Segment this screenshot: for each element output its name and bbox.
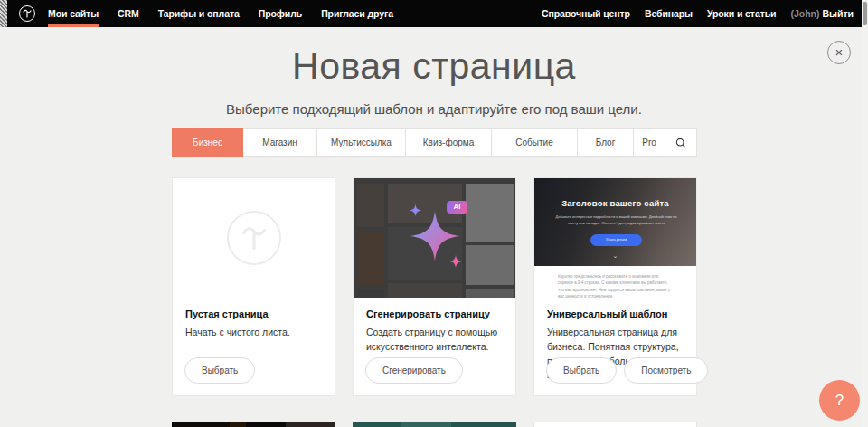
tab-pro[interactable]: Pro: [634, 129, 665, 156]
search-icon: [675, 138, 686, 148]
nav-item-profile[interactable]: Профиль: [259, 0, 302, 27]
nav-item-lessons[interactable]: Уроки и статьи: [707, 0, 776, 27]
view-button[interactable]: Посмотреть: [624, 357, 708, 384]
template-cards-row-2: [172, 422, 697, 427]
scrollbar-track[interactable]: [862, 0, 868, 427]
tab-quiz-form[interactable]: Квиз-форма: [406, 129, 492, 156]
page-subtitle: Выберите подходящий шаблон и адаптируйте…: [0, 101, 868, 117]
nav-item-invite-friend[interactable]: Пригласи друга: [321, 0, 393, 27]
card-title: Универсальный шаблон: [547, 308, 684, 319]
template-body-text: Коротко представьтесь и расскажите о ком…: [534, 266, 696, 298]
ai-sparkle-small-icon: [448, 254, 463, 269]
card-description: Начать с чистого листа.: [185, 326, 322, 340]
template-preview-partial[interactable]: [533, 422, 697, 427]
select-button[interactable]: Выбрать: [546, 357, 617, 384]
tab-blog[interactable]: Блог: [578, 129, 634, 156]
nav-item-crm[interactable]: CRM: [118, 0, 139, 27]
card-blank-page: Пустая страница Начать с чистого листа. …: [172, 177, 335, 396]
template-preview-partial[interactable]: [353, 422, 516, 427]
tab-shop[interactable]: Магазин: [243, 129, 317, 156]
tab-multilink[interactable]: Мультиссылка: [317, 129, 406, 156]
nav-item-tariffs[interactable]: Тарифы и оплата: [158, 0, 240, 27]
tilda-watermark-icon: [227, 211, 281, 265]
edge-pattern: [0, 0, 7, 27]
template-cards-row: Пустая страница Начать с чистого листа. …: [172, 177, 697, 396]
card-generate-ai: AI Сгенерировать страницу Создать страни…: [353, 177, 516, 396]
tab-search[interactable]: [665, 129, 696, 156]
chevron-down-icon: ⌄: [534, 252, 696, 260]
ai-sparkle-small-icon: [409, 204, 422, 217]
user-name: (John): [790, 8, 819, 19]
card-title: Сгенерировать страницу: [366, 308, 503, 319]
ai-badge: AI: [447, 201, 467, 214]
generate-button[interactable]: Сгенерировать: [365, 357, 463, 384]
user-logout[interactable]: (John) Выйти: [790, 8, 854, 19]
nav-item-label: Мои сайты: [48, 8, 99, 19]
tab-event[interactable]: Событие: [492, 129, 578, 156]
top-nav: Мои сайты CRM Тарифы и оплата Профиль Пр…: [0, 0, 868, 27]
active-nav-underline: [48, 24, 99, 27]
nav-menu: Мои сайты CRM Тарифы и оплата Профиль Пр…: [48, 0, 393, 27]
nav-item-my-sites[interactable]: Мои сайты: [48, 0, 99, 27]
template-hero-heading: Заголовок вашего сайта: [534, 198, 696, 208]
select-button[interactable]: Выбрать: [184, 357, 255, 384]
help-button[interactable]: ?: [819, 380, 860, 421]
template-hero-subtext: Добавьте интересные подробности о вашей …: [551, 214, 682, 227]
scrollbar-thumb[interactable]: [863, 2, 867, 25]
template-hero-button: Узнать детали: [590, 234, 642, 246]
card-title: Пустая страница: [185, 308, 322, 319]
card-description: Создать страницу с помощью искусственног…: [366, 326, 503, 355]
page-title: Новая страница: [0, 45, 868, 88]
tab-business[interactable]: Бизнес: [172, 128, 243, 157]
nav-item-help-center[interactable]: Справочный центр: [542, 0, 630, 27]
template-body: Коротко представьтесь и расскажите о ком…: [534, 266, 696, 298]
ai-generate-preview[interactable]: AI: [354, 178, 515, 298]
template-category-tabs: Бизнес Магазин Мультиссылка Квиз-форма С…: [172, 128, 697, 157]
template-preview-partial[interactable]: [172, 422, 335, 427]
logout-link[interactable]: Выйти: [822, 8, 854, 19]
nav-right: Справочный центр Вебинары Уроки и статьи…: [542, 0, 854, 27]
tilda-logo-icon[interactable]: [19, 5, 35, 22]
template-hero: Заголовок вашего сайта Добавьте интересн…: [534, 178, 696, 266]
blank-page-preview[interactable]: [173, 178, 335, 298]
nav-item-webinars[interactable]: Вебинары: [645, 0, 693, 27]
card-universal-template: Заголовок вашего сайта Добавьте интересн…: [533, 177, 697, 396]
universal-template-preview[interactable]: Заголовок вашего сайта Добавьте интересн…: [534, 178, 696, 298]
